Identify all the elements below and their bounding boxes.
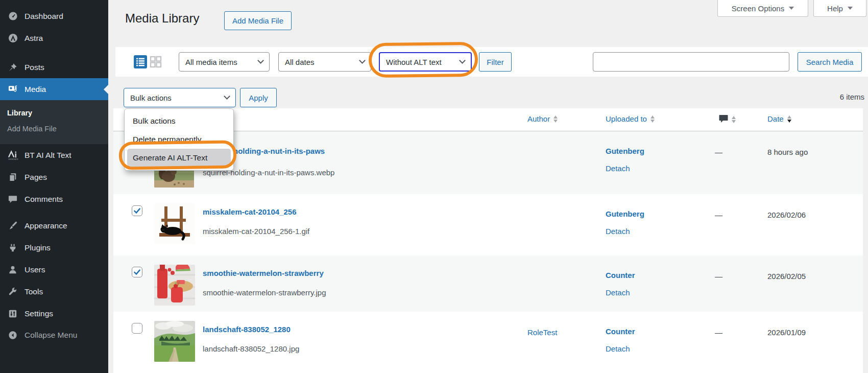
- comment-bubble-icon: [719, 114, 728, 125]
- table-row: misskalem-cat-20104_256 misskalem-cat-20…: [113, 194, 863, 255]
- sort-arrows-icon: [732, 116, 736, 123]
- sort-arrows-icon: [787, 115, 791, 123]
- sidebar-item-plugins[interactable]: Plugins: [0, 237, 108, 259]
- dropdown-option-delete-permanently[interactable]: Delete permanently: [127, 130, 231, 149]
- attachment-filename: misskalem-cat-20104_256-1.gif: [203, 227, 309, 236]
- grid-view-icon: [149, 62, 162, 70]
- sort-arrows-icon: [650, 115, 655, 123]
- column-header-uploaded-to[interactable]: Uploaded to: [606, 114, 655, 123]
- sidebar-item-astra[interactable]: Astra: [0, 27, 108, 49]
- chevron-down-icon: [459, 57, 466, 64]
- date-filter-select[interactable]: All dates: [278, 52, 371, 72]
- sliders-icon: [7, 309, 18, 318]
- sidebar-item-pages[interactable]: Pages: [0, 166, 108, 188]
- upload-date: 2026/02/05: [767, 272, 806, 281]
- attachment-title-link[interactable]: landschaft-838052_1280: [203, 325, 291, 334]
- sidebar-item-bt-ai-alt-text[interactable]: GENERATED BT AI Alt Text: [0, 144, 108, 166]
- pushpin-icon: [7, 63, 18, 72]
- sidebar-item-posts[interactable]: Posts: [0, 56, 108, 78]
- sidebar-label: Tools: [25, 287, 43, 296]
- filter-toolbar: All media items All dates Without ALT te…: [115, 47, 868, 77]
- bulk-actions-select[interactable]: Bulk actions: [124, 88, 236, 107]
- detach-link[interactable]: Detach: [606, 288, 630, 297]
- attachment-thumbnail-landscape[interactable]: [154, 321, 195, 362]
- detach-link[interactable]: Detach: [606, 227, 630, 236]
- attachment-title-link[interactable]: smoothie-watermelon-strawberry: [203, 269, 324, 277]
- sidebar-label: Posts: [25, 63, 44, 72]
- attachment-title-link[interactable]: misskalem-cat-20104_256: [203, 207, 296, 216]
- sidebar-label: Pages: [25, 173, 47, 182]
- author-link[interactable]: RoleTest: [527, 328, 557, 337]
- dashboard-icon: [7, 11, 18, 21]
- chevron-down-icon: [848, 7, 853, 10]
- sidebar-label: Users: [25, 265, 45, 274]
- filter-button[interactable]: Filter: [479, 52, 512, 72]
- help-tab[interactable]: Help: [813, 0, 866, 17]
- bulk-actions-open-dropdown: Bulk actions Delete permanently Generate…: [124, 108, 234, 171]
- add-media-file-button[interactable]: Add Media File: [224, 11, 292, 30]
- sidebar-item-dashboard[interactable]: Dashboard: [0, 5, 108, 27]
- attachment-thumbnail-smoothie[interactable]: [154, 265, 195, 306]
- sidebar-label: Dashboard: [25, 12, 63, 21]
- sidebar-item-comments[interactable]: Comments: [0, 188, 108, 210]
- screen-options-tab[interactable]: Screen Options: [717, 0, 808, 17]
- sort-arrows-icon: [553, 115, 558, 123]
- uploaded-to-link[interactable]: Counter: [606, 327, 635, 336]
- sidebar-label: Comments: [25, 195, 63, 204]
- upload-date: 2026/02/06: [767, 211, 806, 219]
- comments-count: —: [715, 328, 722, 337]
- wordpress-media-library-page: Dashboard Astra Posts Media Library Add …: [0, 0, 868, 373]
- media-search-input[interactable]: [593, 52, 789, 72]
- detach-link[interactable]: Detach: [606, 344, 630, 353]
- sidebar-item-media[interactable]: Media: [0, 78, 108, 100]
- uploaded-to-link[interactable]: Gutenberg: [606, 209, 644, 218]
- paintbrush-icon: [7, 221, 18, 230]
- upload-date: 8 hours ago: [767, 148, 808, 156]
- column-header-date[interactable]: Date: [767, 114, 791, 123]
- sidebar-label: BT AI Alt Text: [25, 151, 71, 160]
- chevron-down-icon: [224, 93, 230, 100]
- attachment-filename: landschaft-838052_1280.jpg: [203, 344, 299, 353]
- wrench-icon: [7, 287, 18, 296]
- sidebar-item-collapse-menu[interactable]: Collapse Menu: [0, 324, 108, 346]
- dropdown-option-bulk-actions[interactable]: Bulk actions: [127, 112, 231, 130]
- sidebar-item-users[interactable]: Users: [0, 259, 108, 281]
- sidebar-label: Settings: [25, 309, 53, 318]
- uploaded-to-link[interactable]: Counter: [606, 271, 635, 279]
- comments-count: —: [715, 211, 722, 219]
- list-view-button[interactable]: [134, 55, 147, 68]
- dropdown-option-generate-ai-alt-text[interactable]: Generate AI ALT-Text: [127, 149, 231, 167]
- column-header-author[interactable]: Author: [527, 114, 558, 123]
- uploaded-to-link[interactable]: Gutenberg: [606, 147, 644, 155]
- admin-sidebar: Dashboard Astra Posts Media Library Add …: [0, 0, 108, 373]
- attachment-thumbnail-black-cat[interactable]: [154, 203, 195, 244]
- alt-text-filter-select[interactable]: Without ALT text: [379, 52, 472, 72]
- sidebar-label: Media: [25, 85, 46, 94]
- table-row: smoothie-watermelon-strawberry smoothie-…: [113, 255, 863, 312]
- submenu-item-library[interactable]: Library: [0, 105, 108, 121]
- page-title: Media Library: [125, 11, 199, 26]
- comments-count: —: [715, 148, 722, 156]
- grid-view-button[interactable]: [149, 55, 162, 68]
- sidebar-item-settings[interactable]: Settings: [0, 302, 108, 324]
- comments-count: —: [715, 272, 722, 281]
- sidebar-item-appearance[interactable]: Appearance: [0, 215, 108, 237]
- svg-text:GENERATED: GENERATED: [8, 158, 18, 160]
- apply-button[interactable]: Apply: [240, 88, 277, 107]
- row-checkbox[interactable]: [132, 323, 142, 334]
- detach-link[interactable]: Detach: [606, 164, 630, 173]
- media-submenu: Library Add Media File: [0, 100, 108, 144]
- sidebar-item-tools[interactable]: Tools: [0, 281, 108, 302]
- upload-date: 2026/01/09: [767, 328, 806, 337]
- media-icon: [7, 84, 18, 94]
- sidebar-label: Plugins: [25, 243, 51, 252]
- media-type-filter-select[interactable]: All media items: [179, 52, 270, 72]
- attachment-filename: smoothie-watermelon-strawberry.jpg: [203, 288, 326, 297]
- row-checkbox-checked[interactable]: [132, 267, 142, 277]
- user-icon: [7, 265, 18, 274]
- submenu-item-add-media-file[interactable]: Add Media File: [0, 121, 108, 136]
- items-count: 6 items: [797, 92, 864, 101]
- search-media-button[interactable]: Search Media: [798, 52, 862, 72]
- row-checkbox-checked[interactable]: [132, 205, 142, 216]
- column-header-comments[interactable]: [719, 114, 736, 125]
